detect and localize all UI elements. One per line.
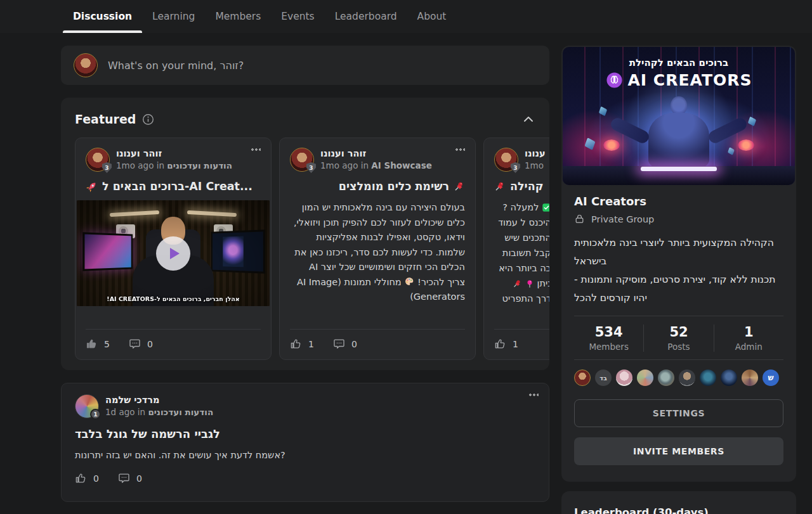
member-avatar[interactable] [679, 369, 695, 386]
author-avatar[interactable]: 3 [494, 148, 518, 172]
play-icon[interactable] [156, 236, 190, 271]
featured-cards-row: 3 זוהר וענונו 1mo ago in הודעות ועדכונים… [75, 138, 549, 360]
post-body-text: בעולם היצירה עם בינה מלאכותית יש המון כל… [294, 202, 465, 287]
tab-label: Discussion [73, 11, 132, 22]
featured-title: Featured [75, 112, 136, 126]
like-button[interactable]: 0 [75, 472, 99, 484]
like-count: 1 [513, 339, 518, 349]
video-caption: אהלן חברים, ברוכים הבאים ל-AI CREATORS! [77, 295, 270, 302]
banner-figure-hand [738, 139, 754, 151]
tab-about[interactable]: About [407, 0, 457, 33]
post-category[interactable]: AI Showcase [371, 160, 432, 170]
tab-members[interactable]: Members [205, 0, 271, 33]
thumbs-up-icon [86, 338, 98, 350]
member-avatar[interactable] [637, 369, 653, 386]
comment-count: 0 [147, 339, 153, 349]
leaderboard-title: Leaderboard (30-days) [574, 506, 783, 514]
like-count: 5 [104, 339, 110, 349]
group-description-line: תכנות ללא קוד, יצירת סרטים, מוסיקה ותמונ… [574, 274, 775, 304]
info-icon[interactable] [142, 113, 154, 125]
tab-leaderboard[interactable]: Leaderboard [325, 0, 407, 33]
author-avatar[interactable]: 3 [290, 148, 314, 172]
palette-icon [404, 276, 414, 286]
stat-posts[interactable]: 52 Posts [643, 324, 713, 352]
member-avatar[interactable] [700, 369, 716, 386]
author-name[interactable]: ענונו [525, 148, 546, 160]
feed-post[interactable]: 1 מרדכי שלמה 1d ago in הודעות ועדכונים ל… [61, 383, 549, 502]
featured-card-community-guide[interactable]: 3 ענונו 1mo קהילה למעלה ? היכנס ל עמוד ה… [483, 138, 549, 360]
comment-button[interactable]: 0 [118, 472, 142, 484]
member-avatar[interactable]: בד [595, 369, 612, 386]
group-description-line: הקהילה המקצועית ביותר ליוצרי בינה מלאכות… [574, 237, 774, 267]
group-sidebar: ברוכים הבאים לקהילת AI CREATORS AI Creat… [561, 46, 796, 514]
invite-members-button[interactable]: INVITE MEMBERS [574, 437, 783, 465]
post-body-text: למעלה ? [502, 202, 539, 212]
more-options-icon[interactable] [528, 394, 539, 396]
divider [574, 359, 783, 360]
tab-label: Leaderboard [335, 11, 397, 22]
comment-count: 0 [136, 473, 142, 484]
round-pin-icon [525, 279, 534, 288]
banner-figure-torso [648, 113, 709, 167]
banner-group-title: AI CREATORS [628, 71, 752, 89]
tab-label: Events [281, 11, 314, 22]
member-avatar[interactable] [658, 369, 674, 386]
post-body-text: בה ביותר היא [494, 260, 549, 276]
chevron-up-icon[interactable] [521, 112, 535, 126]
more-options-icon[interactable] [455, 148, 465, 151]
author-name[interactable]: מרדכי שלמה [105, 394, 213, 406]
more-options-icon[interactable] [251, 148, 261, 151]
group-banner-image[interactable]: ברוכים הבאים לקהילת AI CREATORS [563, 47, 795, 185]
author-avatar[interactable]: 3 [86, 148, 110, 172]
stat-members[interactable]: 534 Members [574, 324, 643, 352]
group-description: הקהילה המקצועית ביותר ליוצרי בינה מלאכות… [574, 234, 783, 307]
stat-label: Members [574, 342, 643, 352]
lock-icon [574, 214, 585, 224]
settings-button[interactable]: SETTINGS [574, 399, 783, 427]
post-title[interactable]: לגביי הרשמה של גוגל בלבד [75, 427, 535, 440]
tab-label: Learning [152, 11, 195, 22]
nav-tabs: Discussion Learning Members Events Leade… [63, 0, 812, 33]
author-avatar[interactable]: 1 [75, 394, 99, 418]
video-thumbnail[interactable]: אהלן חברים, ברוכים הבאים ל-AI CREATORS! [77, 200, 270, 306]
post-category[interactable]: הודעות ועדכונים [167, 160, 232, 170]
member-avatar[interactable] [616, 369, 632, 386]
like-count: 1 [308, 339, 314, 349]
post-time: 1d ago in [105, 407, 145, 417]
comment-button[interactable]: 0 [129, 338, 153, 350]
post-body-text: היכנס ל עמוד [494, 215, 549, 230]
thumbs-up-icon [494, 338, 506, 350]
like-button[interactable]: 1 [494, 338, 518, 350]
like-button[interactable]: 5 [86, 338, 110, 350]
author-name[interactable]: זוהר וענונו [320, 148, 432, 160]
stat-label: Posts [644, 342, 713, 352]
post-body-text: ניתן [537, 278, 549, 288]
post-body-text: אשמח לדעת איך עושים את זה. והאם יש בזה י… [75, 450, 535, 460]
member-avatar[interactable]: ש [763, 369, 779, 386]
thumbs-up-icon [75, 472, 87, 484]
member-avatar[interactable] [742, 369, 758, 386]
post-category[interactable]: הודעות ועדכונים [148, 407, 213, 417]
comment-button[interactable]: 0 [333, 338, 357, 350]
top-navigation: Discussion Learning Members Events Leade… [0, 0, 812, 33]
member-avatar[interactable] [574, 369, 591, 386]
level-badge: 3 [306, 162, 316, 173]
stat-admins[interactable]: 1 Admin [714, 324, 783, 352]
tab-learning[interactable]: Learning [142, 0, 205, 33]
tab-discussion[interactable]: Discussion [63, 0, 142, 33]
thumbs-up-icon [290, 338, 302, 350]
post-title: קהילה [510, 180, 544, 193]
featured-card-welcome[interactable]: 3 זוהר וענונו 1mo ago in הודעות ועדכונים… [75, 138, 272, 360]
author-name[interactable]: זוהר וענונו [116, 148, 232, 160]
like-count: 0 [93, 473, 99, 484]
member-avatar[interactable] [721, 369, 737, 386]
like-button[interactable]: 1 [290, 338, 314, 350]
brain-icon [606, 72, 623, 89]
tab-events[interactable]: Events [271, 0, 324, 33]
group-name: AI Creators [574, 195, 783, 208]
comment-count: 0 [351, 339, 357, 349]
group-stats: 534 Members 52 Posts 1 Admin [574, 316, 783, 359]
post-body: למעלה ? היכנס ל עמוד התכנים שיש קבל תשוב… [494, 200, 549, 306]
featured-card-tools[interactable]: 3 זוהר וענונו 1mo ago in AI Showcase רשי… [279, 138, 476, 360]
post-composer[interactable]: What's on your mind, זוהר? [61, 46, 549, 85]
